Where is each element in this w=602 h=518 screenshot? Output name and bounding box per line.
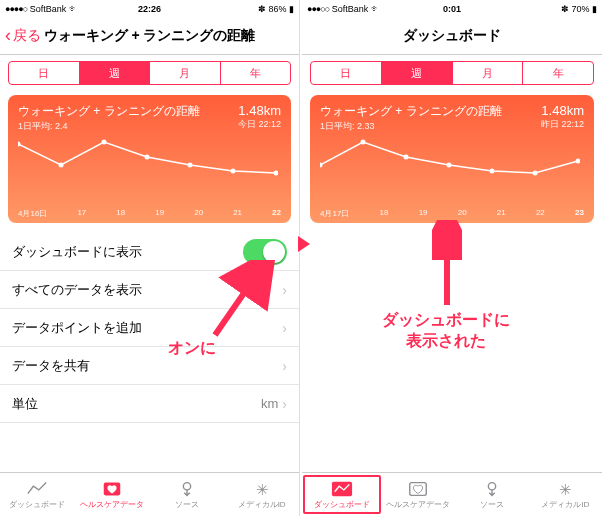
separator-arrow-icon bbox=[298, 236, 310, 252]
svg-point-16 bbox=[533, 171, 538, 176]
svg-line-7 bbox=[215, 270, 260, 335]
svg-point-12 bbox=[361, 140, 366, 145]
line-chart bbox=[320, 135, 580, 195]
nav-bar: ‹戻る ウォーキング + ランニングの距離 bbox=[0, 17, 299, 55]
svg-point-5 bbox=[231, 169, 236, 174]
phone-left: ●●●●○ SoftBank ᯤ 22:26 ✽ 86% ▮ ‹戻る ウォーキン… bbox=[0, 0, 300, 516]
card-time: 今日 22:12 bbox=[238, 118, 281, 131]
svg-point-6 bbox=[274, 171, 279, 176]
svg-text:✳: ✳ bbox=[559, 481, 572, 497]
card-value: 1.48km bbox=[541, 103, 584, 118]
tab-dashboard[interactable]: ダッシュボード bbox=[303, 475, 381, 514]
arrow-icon bbox=[205, 260, 275, 340]
svg-point-9 bbox=[183, 482, 190, 489]
tab-bar: ダッシュボード ヘルスケアデータ ソース ✳メディカルID bbox=[0, 472, 299, 516]
svg-point-1 bbox=[59, 163, 64, 168]
tab-dashboard[interactable]: ダッシュボード bbox=[0, 473, 75, 516]
nav-bar: ダッシュボード bbox=[302, 17, 602, 55]
row-unit[interactable]: 単位 km› bbox=[0, 385, 299, 423]
tab-source[interactable]: ソース bbox=[455, 473, 529, 516]
health-card[interactable]: ウォーキング + ランニングの距離 1日平均: 2.33 1.48km 昨日 2… bbox=[310, 95, 594, 223]
time-segment[interactable]: 日 週 月 年 bbox=[310, 61, 594, 85]
status-bar: ●●●●○ SoftBank ᯤ 22:26 ✽ 86% ▮ bbox=[0, 0, 299, 17]
tab-source[interactable]: ソース bbox=[150, 473, 225, 516]
line-chart bbox=[18, 135, 278, 195]
seg-year[interactable]: 年 bbox=[523, 62, 593, 84]
arrow-icon bbox=[432, 220, 462, 310]
seg-month[interactable]: 月 bbox=[453, 62, 524, 84]
page-title: ウォーキング + ランニングの距離 bbox=[44, 27, 256, 45]
svg-point-3 bbox=[145, 155, 150, 160]
seg-day[interactable]: 日 bbox=[311, 62, 382, 84]
chevron-right-icon: › bbox=[282, 396, 287, 412]
card-time: 昨日 22:12 bbox=[541, 118, 584, 131]
seg-day[interactable]: 日 bbox=[9, 62, 80, 84]
seg-year[interactable]: 年 bbox=[221, 62, 291, 84]
svg-point-4 bbox=[188, 163, 193, 168]
chart-xaxis: 4月16日171819202122 bbox=[18, 208, 281, 219]
health-card[interactable]: ウォーキング + ランニングの距離 1日平均: 2.4 1.48km 今日 22… bbox=[8, 95, 291, 223]
chart-xaxis: 4月17日181920212223 bbox=[320, 208, 584, 219]
tab-bar: ダッシュボード ヘルスケアデータ ソース ✳メディカルID bbox=[302, 472, 602, 516]
chevron-right-icon: › bbox=[282, 282, 287, 298]
back-button[interactable]: ‹戻る bbox=[5, 25, 41, 46]
tab-medical[interactable]: ✳メディカルID bbox=[529, 473, 603, 516]
svg-point-14 bbox=[447, 163, 452, 168]
row-share[interactable]: データを共有 › bbox=[0, 347, 299, 385]
status-bar: ●●●○○ SoftBank ᯤ 0:01 ✽ 70% ▮ bbox=[302, 0, 602, 17]
annotation-shown: ダッシュボードに 表示された bbox=[382, 310, 510, 352]
card-value: 1.48km bbox=[238, 103, 281, 118]
seg-week[interactable]: 週 bbox=[382, 62, 453, 84]
svg-point-17 bbox=[576, 159, 581, 164]
chevron-right-icon: › bbox=[282, 358, 287, 374]
annotation-on: オンに bbox=[168, 338, 216, 359]
tab-medical[interactable]: ✳メディカルID bbox=[224, 473, 299, 516]
seg-week[interactable]: 週 bbox=[80, 62, 151, 84]
svg-point-21 bbox=[488, 482, 495, 489]
time-segment[interactable]: 日 週 月 年 bbox=[8, 61, 291, 85]
phone-right: ●●●○○ SoftBank ᯤ 0:01 ✽ 70% ▮ ダッシュボード 日 … bbox=[302, 0, 602, 516]
svg-point-15 bbox=[490, 169, 495, 174]
svg-point-2 bbox=[102, 140, 107, 145]
svg-point-13 bbox=[404, 155, 409, 160]
tab-healthdata[interactable]: ヘルスケアデータ bbox=[382, 473, 456, 516]
chevron-right-icon: › bbox=[282, 320, 287, 336]
svg-text:✳: ✳ bbox=[255, 481, 268, 497]
page-title: ダッシュボード bbox=[403, 27, 501, 45]
tab-healthdata[interactable]: ヘルスケアデータ bbox=[75, 473, 150, 516]
chevron-left-icon: ‹ bbox=[5, 25, 11, 46]
seg-month[interactable]: 月 bbox=[150, 62, 221, 84]
